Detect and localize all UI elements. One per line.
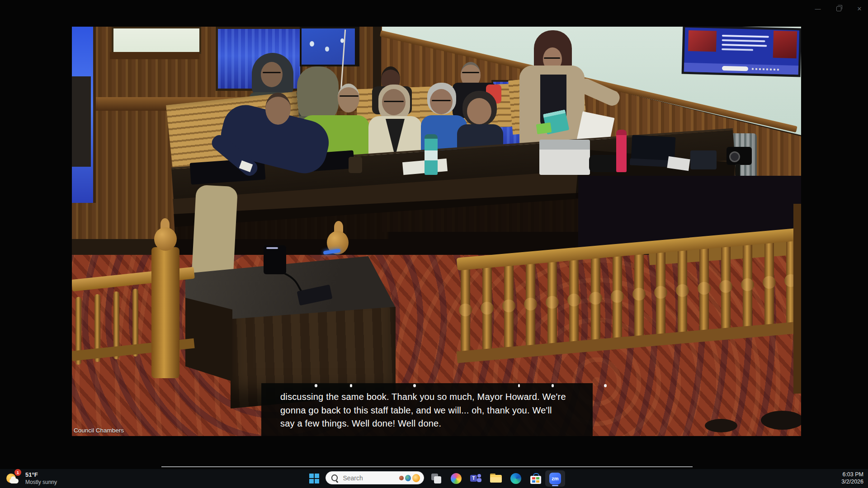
- window-bottom-edge: [161, 466, 693, 467]
- slide-toolbar-pill: [722, 66, 748, 71]
- baluster: [569, 252, 579, 347]
- sun-icon: [412, 474, 420, 482]
- task-view-icon: [431, 473, 442, 484]
- binoculars: [589, 155, 619, 172]
- person-glasses: [263, 72, 281, 73]
- presentation-screen: [682, 27, 801, 77]
- person-head: [467, 98, 491, 124]
- baluster: [526, 256, 535, 352]
- slide-text-line: [722, 39, 765, 42]
- green-card: [536, 122, 552, 134]
- close-button[interactable]: ✕: [851, 3, 868, 14]
- store-button[interactable]: [528, 471, 543, 486]
- baluster: [656, 244, 665, 340]
- person-head: [265, 93, 291, 125]
- aquarium-screen: [300, 27, 359, 66]
- desktop: — ✕: [0, 0, 868, 488]
- baluster: [547, 254, 557, 350]
- baluster: [699, 240, 709, 336]
- window-bright-pane: [112, 27, 201, 54]
- system-clock[interactable]: 6:03 PM 3/2/2026: [841, 471, 863, 485]
- person-head: [430, 89, 453, 114]
- file-explorer-button[interactable]: [488, 471, 504, 486]
- zoom-app-button[interactable]: zm: [545, 470, 565, 487]
- water-bottle-red: [616, 130, 627, 172]
- camera-lens: [729, 151, 740, 162]
- task-view-button[interactable]: [429, 471, 444, 486]
- water-bottle-teal: [425, 134, 438, 175]
- person-glasses: [462, 72, 479, 73]
- clock-time: 6:03 PM: [841, 471, 863, 479]
- baluster: [504, 258, 514, 353]
- white-printer-box: [539, 140, 590, 175]
- person-head: [382, 89, 406, 115]
- slide-image-right: [773, 31, 797, 58]
- edge-button[interactable]: [508, 471, 524, 486]
- edge-icon: [510, 473, 521, 484]
- search-input[interactable]: [342, 474, 398, 482]
- slide-text-line: [722, 35, 769, 38]
- minimize-icon: —: [815, 5, 821, 12]
- folder-icon: [490, 474, 502, 483]
- caption-clipped-line: [261, 383, 593, 389]
- meeting-video-feed[interactable]: Council Chambers: [72, 27, 801, 436]
- aquarium-figure: [325, 47, 329, 52]
- aquarium-screen-content: [302, 28, 355, 65]
- mug: [349, 157, 362, 173]
- mars-icon: [399, 476, 403, 480]
- person-head: [261, 62, 283, 87]
- window-sill: [110, 52, 199, 59]
- teams-button[interactable]: T: [468, 471, 484, 486]
- slide-image-left: [688, 30, 717, 52]
- bottle-label: [425, 150, 438, 160]
- zoom-icon: zm: [549, 473, 561, 484]
- start-button[interactable]: [307, 471, 322, 486]
- person-head: [338, 84, 359, 113]
- weather-condition: Mostly sunny: [25, 479, 57, 485]
- weather-temperature: 51°F: [25, 471, 38, 478]
- close-icon: ✕: [857, 5, 862, 12]
- projector-device: [264, 245, 286, 274]
- search-box[interactable]: [326, 471, 424, 484]
- restore-button[interactable]: [830, 3, 847, 14]
- person-glasses: [384, 101, 404, 102]
- restore-icon: [836, 6, 841, 11]
- slide-toolbar: [684, 63, 798, 75]
- clock-date: 3/2/2026: [841, 479, 863, 486]
- person-glasses: [432, 100, 451, 101]
- baluster: [634, 246, 644, 342]
- presentation-slide: [684, 28, 799, 75]
- minimize-button[interactable]: —: [809, 3, 826, 14]
- person-glasses: [544, 57, 560, 59]
- baluster: [461, 262, 470, 357]
- caption-line: say a few things. Well done! Well done.: [280, 417, 593, 431]
- active-app-indicator: [552, 485, 558, 486]
- equipment-stack: [690, 150, 717, 169]
- magnifier-icon: [331, 474, 338, 481]
- person-hair: [297, 66, 339, 123]
- teams-icon: T: [470, 473, 482, 484]
- store-icon: [530, 473, 541, 484]
- device-glint: [266, 247, 278, 249]
- floor-object: [705, 419, 737, 432]
- baluster: [743, 236, 752, 332]
- baluster: [613, 248, 622, 344]
- newel-post: [151, 247, 179, 378]
- notification-badge: 1: [14, 469, 21, 476]
- windows-logo-icon: [309, 474, 319, 483]
- baluster: [721, 238, 731, 334]
- baluster: [764, 234, 774, 330]
- baluster: [591, 250, 600, 346]
- person-glasses: [340, 95, 359, 97]
- baluster: [482, 260, 492, 356]
- slide-toolbar-dots: [752, 68, 779, 71]
- camera-location-label: Council Chambers: [74, 427, 124, 434]
- baluster: [678, 242, 687, 338]
- slide-text-line: [722, 44, 767, 47]
- earth-icon: [405, 475, 411, 481]
- weather-widget[interactable]: 1 51°F Mostly sunny: [4, 469, 90, 488]
- floor-object: [761, 411, 801, 430]
- caption-overlay: discussing the same book. Thank you so m…: [261, 383, 593, 436]
- taskbar: 1 51°F Mostly sunny: [0, 469, 868, 488]
- copilot-button[interactable]: [448, 471, 464, 486]
